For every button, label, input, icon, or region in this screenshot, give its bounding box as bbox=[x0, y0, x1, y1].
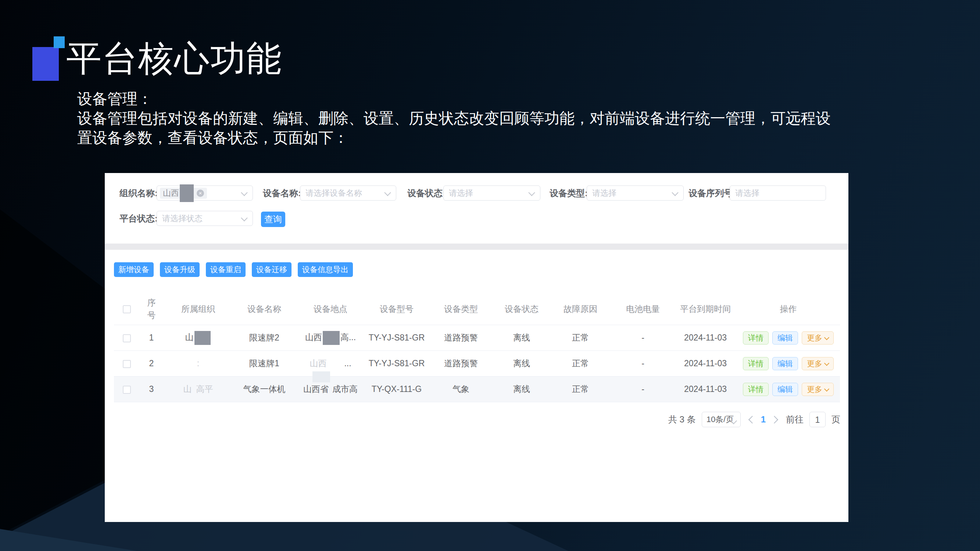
row-checkbox[interactable] bbox=[123, 360, 131, 368]
redaction-block bbox=[312, 372, 330, 383]
cell-battery: - bbox=[612, 325, 674, 351]
platform-status-label: 平台状态: bbox=[119, 211, 158, 226]
cell-type: 道路预警 bbox=[428, 325, 494, 351]
page-unit-label: 页 bbox=[832, 414, 840, 426]
cell-org: : bbox=[163, 351, 233, 376]
device-status-select[interactable]: 请选择 bbox=[443, 186, 540, 200]
body-line: 置设备参数，查看设备状态，页面如下： bbox=[77, 128, 915, 148]
table-header-row: 序号所属组织设备名称设备地点设备型号设备类型设备状态故障原因电池电量平台到期时间… bbox=[114, 293, 840, 325]
column-header: 设备型号 bbox=[365, 293, 428, 325]
edit-button[interactable]: 编辑 bbox=[772, 357, 798, 370]
serial-number-placeholder: 请选择 bbox=[730, 188, 759, 199]
next-page-icon[interactable] bbox=[770, 416, 778, 423]
chevron-down-icon bbox=[824, 386, 829, 391]
column-header: 设备地点 bbox=[296, 293, 365, 325]
table-row: 2:限速牌1山西...TY-YJ-S81-GR道路预警离线正常-2024-11-… bbox=[114, 351, 840, 376]
body-text: 设备管理： 设备管理包括对设备的新建、编辑、删除、设置、历史状态改变回顾等功能，… bbox=[77, 89, 915, 148]
cell-actions: 详情编辑更多 bbox=[737, 351, 840, 376]
toolbar-button[interactable]: 设备迁移 bbox=[252, 262, 291, 277]
device-type-select[interactable]: 请选择 bbox=[587, 186, 684, 200]
cell-model: TY-QX-111-G bbox=[365, 376, 428, 402]
cell-actions: 详情编辑更多 bbox=[737, 376, 840, 402]
edit-button[interactable]: 编辑 bbox=[772, 383, 798, 396]
toolbar-button[interactable]: 设备重启 bbox=[206, 262, 245, 277]
body-line: 设备管理包括对设备的新建、编辑、删除、设置、历史状态改变回顾等功能，对前端设备进… bbox=[77, 109, 915, 128]
column-header: 故障原因 bbox=[549, 293, 612, 325]
platform-status-select[interactable]: 请选择状态 bbox=[157, 211, 253, 226]
device-type-placeholder: 请选择 bbox=[587, 188, 616, 199]
page-size-select[interactable]: 10条/页 bbox=[702, 412, 741, 427]
title-bullet-small-square-icon bbox=[54, 37, 65, 48]
chevron-down-icon bbox=[824, 335, 829, 340]
row-checkbox[interactable] bbox=[123, 334, 131, 342]
cell-battery: - bbox=[612, 351, 674, 376]
cell-expire: 2024-11-03 bbox=[674, 376, 737, 402]
current-page[interactable]: 1 bbox=[761, 414, 766, 425]
detail-button[interactable]: 详情 bbox=[743, 383, 768, 396]
column-header: 电池电量 bbox=[612, 293, 674, 325]
prev-page-icon[interactable] bbox=[748, 416, 756, 423]
cell-status: 离线 bbox=[494, 351, 549, 376]
select-all-checkbox[interactable] bbox=[123, 305, 131, 313]
toolbar: 新增设备设备升级设备重启设备迁移设备信息导出 bbox=[114, 262, 353, 277]
toolbar-button[interactable]: 新增设备 bbox=[114, 262, 154, 277]
serial-number-label: 设备序列号: bbox=[689, 186, 735, 200]
cell-model: TY-YJ-S81-GR bbox=[365, 351, 428, 376]
org-select[interactable]: 山西 × bbox=[157, 186, 253, 200]
cell-status: 离线 bbox=[494, 376, 549, 402]
more-button[interactable]: 更多 bbox=[802, 357, 834, 370]
tag-close-icon[interactable]: × bbox=[197, 189, 204, 197]
search-button[interactable]: 查询 bbox=[261, 211, 285, 227]
chevron-down-icon bbox=[384, 189, 391, 196]
device-name-select[interactable]: 请选择设备名称 bbox=[300, 186, 396, 200]
column-header: 所属组织 bbox=[163, 293, 233, 325]
chevron-down-icon bbox=[528, 189, 535, 196]
cell-org: 山高平 bbox=[163, 376, 233, 402]
org-tag-text: 山西 bbox=[163, 188, 179, 199]
cell-expire: 2024-11-03 bbox=[674, 325, 737, 351]
edit-button[interactable]: 编辑 bbox=[772, 331, 798, 345]
column-header: 设备类型 bbox=[428, 293, 494, 325]
cell-model: TY-YJ-S81-GR bbox=[365, 325, 428, 351]
cell-seq: 3 bbox=[140, 376, 163, 402]
cell-loc: 山西高... bbox=[296, 325, 365, 351]
detail-button[interactable]: 详情 bbox=[743, 331, 768, 345]
chevron-down-icon bbox=[824, 360, 829, 365]
cell-type: 气象 bbox=[428, 376, 494, 402]
section-divider bbox=[105, 243, 848, 250]
goto-page-input[interactable]: 1 bbox=[810, 412, 826, 427]
toolbar-button[interactable]: 设备信息导出 bbox=[298, 262, 353, 277]
cell-org: 山 bbox=[163, 325, 233, 351]
toolbar-button[interactable]: 设备升级 bbox=[160, 262, 200, 277]
cell-name: 气象一体机 bbox=[233, 376, 296, 402]
cell-name: 限速牌2 bbox=[233, 325, 296, 351]
platform-status-placeholder: 请选择状态 bbox=[157, 213, 202, 224]
title-bullet-square-icon bbox=[32, 47, 59, 81]
serial-number-input[interactable]: 请选择 bbox=[730, 186, 826, 200]
org-selected-tag: 山西 × bbox=[160, 188, 207, 199]
cell-loc: 山西... bbox=[296, 351, 365, 376]
cell-fault: 正常 bbox=[549, 325, 612, 351]
row-checkbox[interactable] bbox=[123, 386, 131, 394]
column-header: 平台到期时间 bbox=[674, 293, 737, 325]
org-name-label: 组织名称: bbox=[119, 186, 158, 200]
device-status-label: 设备状态: bbox=[407, 186, 445, 200]
cell-battery: - bbox=[612, 376, 674, 402]
goto-label: 前往 bbox=[786, 414, 803, 426]
device-table: 序号所属组织设备名称设备地点设备型号设备类型设备状态故障原因电池电量平台到期时间… bbox=[114, 293, 840, 402]
device-name-placeholder: 请选择设备名称 bbox=[300, 188, 362, 199]
cell-fault: 正常 bbox=[549, 376, 612, 402]
pagination: 共 3 条 10条/页 1 前往 1 页 bbox=[668, 412, 840, 427]
select-all-header bbox=[114, 293, 140, 325]
total-count: 共 3 条 bbox=[668, 414, 696, 426]
chevron-down-icon bbox=[241, 189, 247, 196]
cell-seq: 2 bbox=[140, 351, 163, 376]
cell-expire: 2024-11-03 bbox=[674, 351, 737, 376]
cell-loc: 山西省成市高 bbox=[296, 376, 365, 402]
more-button[interactable]: 更多 bbox=[802, 383, 834, 396]
detail-button[interactable]: 详情 bbox=[743, 357, 768, 370]
device-type-label: 设备类型: bbox=[550, 186, 588, 200]
more-button[interactable]: 更多 bbox=[802, 331, 834, 345]
chevron-down-icon bbox=[671, 189, 678, 196]
chevron-down-icon bbox=[241, 214, 247, 221]
